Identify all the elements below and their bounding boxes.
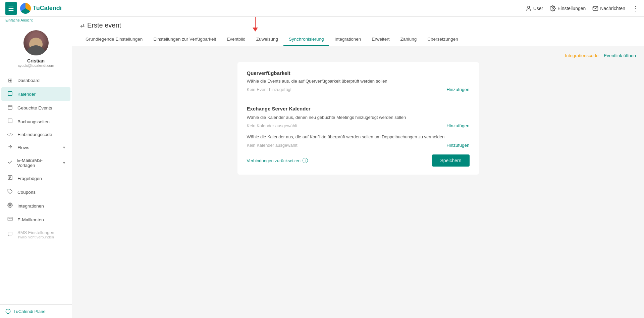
messages-menu[interactable]: Nachrichten	[592, 5, 625, 11]
emailkonten-icon	[7, 216, 13, 223]
sidebar-item-kalender[interactable]: Kalender	[1, 87, 70, 101]
hamburger-menu[interactable]: ☰	[5, 2, 17, 15]
settings-menu[interactable]: Einstellungen	[550, 5, 586, 11]
svg-point-1	[552, 7, 554, 9]
email-template-icon	[7, 160, 13, 166]
exchange-title: Exchange Server Kalender	[247, 106, 470, 111]
exchange-row-2: Wähle die Kalender aus, die auf Konflikt…	[247, 134, 470, 148]
page-header: ⇄ Erste event Grundlegende Einstellungen…	[72, 17, 644, 46]
integrationen-icon	[7, 202, 13, 209]
tab-grundlegende[interactable]: Grundlegende Einstellungen	[80, 33, 148, 46]
exchange-empty-1: Kein Kalender ausgewählt	[247, 123, 298, 128]
page-title-row: ⇄ Erste event	[80, 21, 636, 29]
save-button[interactable]: Speichern	[432, 154, 469, 167]
fragebogen-icon	[7, 175, 13, 182]
chevron-down-icon: ▾	[63, 161, 65, 165]
sidebar-item-dashboard[interactable]: ⊞ Dashboard	[1, 74, 70, 87]
svg-rect-2	[8, 92, 12, 96]
sms-label: SMS Einstellungen	[17, 230, 54, 235]
sidebar-item-einbindungscode[interactable]: </> Einbindungscode	[1, 129, 70, 140]
more-options[interactable]: ⋮	[632, 4, 639, 12]
integrationscode-link[interactable]: Integrationscode	[565, 53, 598, 58]
page-title: Erste event	[87, 21, 121, 29]
settings-label: Einstellungen	[557, 6, 586, 11]
tab-erweitert[interactable]: Erweitert	[366, 33, 395, 46]
sidebar-item-coupons[interactable]: Coupons	[1, 185, 70, 199]
sidebar-item-email-sms[interactable]: E-Mail/SMS-Vorlagen ▾	[1, 154, 70, 171]
sidebar-item-flows[interactable]: Flows ▾	[1, 141, 70, 154]
events-icon	[7, 104, 13, 111]
reset-link[interactable]: Verbindungen zurücksetzen i	[247, 158, 308, 163]
logo: TuCalendi	[20, 3, 62, 14]
profile-email: ayuda@tucalendi.com	[17, 63, 54, 67]
querverfugbarkeit-add[interactable]: Hinzufügen	[446, 87, 469, 92]
tab-zuweisung[interactable]: Zuweisung	[251, 33, 283, 46]
sidebar-item-label: Flows	[17, 145, 29, 150]
sms-icon	[7, 231, 13, 238]
divider-1	[247, 99, 470, 99]
tab-verfugbarkeit[interactable]: Einstellungen zur Verfügbarkeit	[148, 33, 221, 46]
sidebar-item-fragebogen[interactable]: Fragebögen	[1, 172, 70, 185]
exchange-add-1[interactable]: Hinzufügen	[446, 123, 469, 128]
sidebar-item-label: E-Mailkonten	[17, 217, 44, 222]
main-layout: Einfache Ansicht Cristian ayuda@tucalend…	[0, 17, 644, 318]
tab-eventbild[interactable]: Eventbild	[221, 33, 251, 46]
exchange-desc-1: Wähle die Kalender aus, denen neu gebuch…	[247, 115, 470, 120]
calendar-icon	[7, 91, 13, 97]
sidebar-item-buchungsseiten[interactable]: Buchungsseiten	[1, 115, 70, 128]
user-menu[interactable]: User	[526, 5, 543, 11]
querverfugbarkeit-row: Kein Event hinzugefügt Hinzufügen	[247, 87, 470, 92]
eventlink-link[interactable]: Eventlink öffnen	[604, 53, 636, 58]
sidebar-item-label: Coupons	[17, 190, 36, 195]
user-label: User	[533, 6, 543, 11]
buchungen-icon	[7, 118, 13, 125]
querverfugbarkeit-desc: Wähle die Events aus, die auf Querverfüg…	[247, 79, 470, 84]
tab-integrationen[interactable]: Integrationen	[329, 33, 366, 46]
sidebar-footer: TuCalendi Pläne	[0, 304, 72, 318]
simple-view-link[interactable]: Einfache Ansicht	[0, 17, 72, 24]
chevron-down-icon: ▾	[63, 145, 65, 150]
tab-synchronisierung[interactable]: Synchronisierung	[283, 33, 329, 46]
page-header-wrapper: ⇄ Erste event Grundlegende Einstellungen…	[72, 17, 644, 46]
coupon-icon	[7, 189, 13, 195]
exchange-section-row-2: Kein Kalender ausgewählt Hinzufügen	[247, 143, 470, 148]
content-body: Integrationscode Eventlink öffnen Querve…	[72, 46, 644, 181]
topnav-left: ☰ TuCalendi	[5, 2, 62, 15]
exchange-section-row-1: Kein Kalender ausgewählt Hinzufügen	[247, 123, 470, 128]
sidebar-item-label: Integrationen	[17, 203, 44, 209]
sync-card: Querverfügbarkeit Wähle die Events aus, …	[237, 62, 479, 175]
top-navigation: ☰ TuCalendi User Einstellungen Nachricht…	[0, 0, 644, 17]
info-icon: i	[303, 158, 308, 163]
sidebar-item-gebuchte-events[interactable]: Gebuchte Events	[1, 101, 70, 115]
exchange-empty-2: Kein Kalender ausgewählt	[247, 143, 298, 148]
plans-link[interactable]: TuCalendi Pläne	[5, 309, 66, 314]
exchange-add-2[interactable]: Hinzufügen	[446, 143, 469, 148]
logo-text: TuCalendi	[33, 5, 62, 12]
sidebar-item-label: Buchungsseiten	[17, 119, 50, 124]
sidebar-item-label: Fragebögen	[17, 176, 42, 181]
sidebar-item-emailkonten[interactable]: E-Mailkonten	[1, 213, 70, 226]
tab-zahlung[interactable]: Zahlung	[395, 33, 422, 46]
action-links: Integrationscode Eventlink öffnen	[80, 53, 636, 58]
messages-label: Nachrichten	[600, 6, 625, 11]
dashboard-icon: ⊞	[7, 77, 13, 84]
sidebar-profile: Cristian ayuda@tucalendi.com	[0, 24, 72, 71]
sidebar-item-integrationen[interactable]: Integrationen	[1, 199, 70, 213]
gear-icon	[550, 5, 556, 11]
tabs: Grundlegende Einstellungen Einstellungen…	[80, 33, 636, 46]
sidebar: Einfache Ansicht Cristian ayuda@tucalend…	[0, 17, 72, 318]
mail-icon	[592, 5, 598, 11]
sidebar-item-label: Gebuchte Events	[17, 105, 52, 110]
sidebar-item-sms[interactable]: SMS Einstellungen Twilio nicht verbunden	[1, 227, 70, 242]
reset-label: Verbindungen zurücksetzen	[247, 158, 301, 163]
svg-rect-10	[8, 119, 12, 123]
sync-icon: ⇄	[80, 22, 85, 29]
sidebar-item-label: E-Mail/SMS-Vorlagen	[17, 158, 59, 168]
card-footer: Verbindungen zurücksetzen i Speichern	[247, 154, 470, 167]
flows-icon	[7, 144, 13, 151]
querverfugbarkeit-title: Querverfügbarkeit	[247, 70, 470, 76]
profile-name: Cristian	[27, 58, 45, 63]
tab-ubersetzungen[interactable]: Übersetzungen	[422, 33, 464, 46]
plans-icon	[5, 309, 11, 314]
sidebar-nav: ⊞ Dashboard Kalender Gebuchte Events	[0, 71, 72, 304]
